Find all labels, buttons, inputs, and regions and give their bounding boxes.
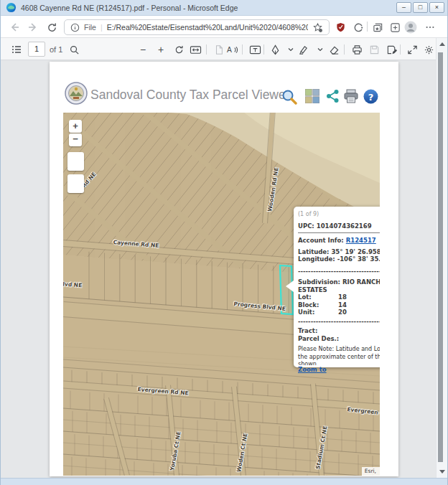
pdf-page: Sandoval County Tax Parcel Viewe ? [50, 62, 398, 476]
print-icon[interactable] [350, 42, 364, 57]
map-attribution: Esri, [362, 467, 380, 476]
doc-help-icon: ? [363, 89, 378, 104]
parcel-info-popup: (1 of 9) UPC: 1014074362169 Account Info… [294, 207, 380, 367]
svg-text:A: A [227, 46, 232, 54]
page-view-icon[interactable] [212, 42, 226, 57]
browser-toolbar: File | E:/Real%20Estate/Eisenstadt%20Lan… [1, 16, 447, 38]
page-info-icon[interactable] [70, 23, 80, 32]
profile-avatar[interactable] [404, 21, 417, 34]
pdf-toolbar: 1 of 1 − + A [1, 38, 437, 60]
popup-separator-dashes: ------------------------------------ [298, 318, 380, 326]
extension-icon[interactable] [352, 21, 365, 34]
subdivision-value-2: ESTATES [298, 286, 380, 294]
maximize-button[interactable]: □ [413, 2, 428, 13]
read-aloud-icon[interactable]: A [225, 42, 239, 57]
popup-note-line: shown. [298, 361, 380, 365]
block-row: Block:14 [298, 301, 380, 309]
block-value: 14 [338, 301, 347, 309]
map-tool-button-2 [67, 174, 84, 193]
back-icon[interactable] [8, 21, 21, 34]
toc-icon[interactable] [9, 42, 24, 57]
pdf-content-area: Sandoval County Tax Parcel Viewe ? [1, 60, 447, 478]
latitude-value: Latitude: 35° 19' 26.958" [298, 248, 380, 256]
vertical-scrollbar[interactable] [436, 38, 447, 478]
account-info-label: Account Info: [298, 237, 346, 244]
title-bar: 4608 Cayenne Rd NE (R124517).pdf - Perso… [1, 0, 447, 16]
favorites-star-icon[interactable] [312, 22, 323, 33]
sandoval-county-seal [65, 82, 88, 105]
account-info-row: Account Info: R124517 [298, 237, 380, 245]
browser-window: 4608 Cayenne Rd NE (R124517).pdf - Perso… [0, 0, 448, 485]
popup-note-line: Please Note: Latitude and Longitud [298, 346, 380, 354]
lot-row: Lot:18 [298, 293, 380, 301]
scroll-up-icon[interactable] [439, 42, 445, 46]
save-as-icon[interactable] [384, 42, 398, 57]
url-scheme-label: File [84, 23, 96, 32]
rotate-icon[interactable] [172, 42, 186, 57]
map-zoom-out-button: − [69, 133, 82, 146]
close-button[interactable]: × [429, 2, 444, 13]
svg-text:?: ? [368, 92, 374, 103]
popup-divider [298, 232, 380, 233]
draw-pen-icon[interactable] [268, 42, 282, 57]
window-bottom-frame [1, 478, 447, 485]
map-tool-button-1 [67, 152, 84, 171]
road-label: Blvd NE [63, 281, 82, 288]
upc-value: UPC: 1014074362169 [298, 222, 380, 230]
unit-value: 20 [338, 309, 347, 316]
doc-search-icon [281, 89, 298, 105]
popup-note-line: the approximate center of the parc [298, 354, 380, 362]
url-separator: | [101, 23, 103, 32]
document-title: Sandoval County Tax Parcel Viewe [90, 88, 286, 103]
popup-pointer [286, 281, 294, 292]
tract-label: Tract: [298, 327, 380, 335]
minimize-button[interactable]: – [396, 2, 411, 13]
address-bar[interactable]: File | E:/Real%20Estate/Eisenstadt%20Lan… [64, 19, 330, 35]
popup-pager: (1 of 9) [298, 211, 380, 219]
more-menu-icon[interactable] [424, 21, 437, 34]
collections-icon[interactable] [371, 21, 384, 34]
unit-label: Unit: [298, 309, 338, 316]
parcel-des-label: Parcel Des.: [298, 335, 380, 343]
window-title: 4608 Cayenne Rd NE (R124517).pdf - Perso… [21, 4, 238, 12]
doc-basemap-icon [305, 89, 319, 103]
highlight-icon[interactable] [296, 42, 310, 57]
browser-essentials-icon[interactable] [388, 21, 401, 34]
pdf-search-icon[interactable] [67, 42, 81, 57]
popup-separator-dashes: ------------------------------------ [298, 268, 380, 276]
edge-logo-icon [6, 2, 17, 13]
add-text-icon[interactable] [248, 42, 262, 57]
zoom-out-icon[interactable]: − [136, 42, 150, 57]
parcel-map: Cayenne Rd NE Blvd NE Progress Blvd NE W… [63, 113, 380, 476]
lot-label: Lot: [298, 293, 338, 301]
forward-icon[interactable] [27, 21, 39, 34]
page-count-label: of 1 [50, 45, 62, 54]
map-zoom-in-button: + [69, 120, 82, 133]
doc-print-icon [343, 89, 359, 103]
doc-share-icon [326, 89, 340, 103]
erase-icon[interactable] [327, 42, 341, 57]
scroll-down-icon[interactable] [439, 470, 445, 474]
url-text: E:/Real%20Estate/Eisenstadt%20Land/Unit%… [107, 23, 308, 32]
fullscreen-icon[interactable] [405, 42, 419, 57]
page-number-input[interactable]: 1 [28, 42, 45, 57]
highlight-chevron-icon[interactable] [313, 42, 327, 57]
subdivision-value: Subdivision: RIO RANCHO [298, 278, 380, 286]
zoom-in-icon[interactable]: + [154, 42, 168, 57]
save-icon[interactable] [367, 42, 381, 57]
longitude-value: Longitude: -106° 38' 35.439" [298, 255, 380, 263]
block-label: Block: [298, 301, 338, 309]
pdf-settings-gear-icon[interactable] [421, 42, 436, 57]
unit-row: Unit:20 [298, 309, 380, 316]
refresh-icon[interactable] [45, 21, 58, 34]
scrollbar-thumb[interactable] [438, 52, 443, 462]
fit-to-width-icon[interactable] [188, 42, 202, 57]
zoom-to-link[interactable]: Zoom to [298, 366, 380, 374]
account-info-link[interactable]: R124517 [346, 237, 376, 244]
lot-value: 18 [338, 293, 347, 301]
adblock-shield-icon[interactable] [334, 21, 347, 34]
